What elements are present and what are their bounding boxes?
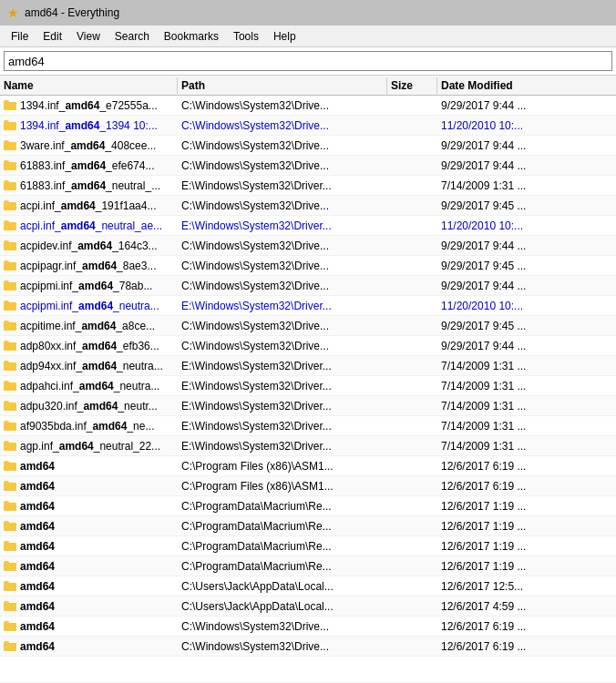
cell-date: 9/29/2017 9:44 ... [437,138,616,153]
table-row[interactable]: amd64C:\ProgramData\Macrium\Re...12/6/20… [0,496,616,516]
cell-size [387,205,437,207]
cell-path: C:\Windows\System32\Drive... [178,639,387,654]
table-row[interactable]: af9035bda.inf_amd64_ne...E:\Windows\Syst… [0,416,616,436]
cell-name: 61883.inf_amd64_neutral_... [0,178,178,193]
cell-path: C:\Windows\System32\Drive... [178,239,387,253]
cell-path: E:\Windows\System32\Driver... [178,419,387,433]
name-text: amd64 [20,500,55,513]
col-header-name[interactable]: Name [0,77,178,94]
table-row[interactable]: amd64C:\Users\Jack\AppData\Local...12/6/… [0,576,616,596]
title-bar: ★ amd64 - Everything [0,0,616,25]
folder-icon [4,401,16,411]
col-header-date[interactable]: Date Modified [437,77,616,94]
table-row[interactable]: acpi.inf_amd64_191f1aa4...C:\Windows\Sys… [0,196,616,216]
cell-name: adp80xx.inf_amd64_efb36... [0,339,178,353]
folder-icon [4,220,16,230]
cell-size [387,566,437,567]
cell-path: C:\Windows\System32\Drive... [178,259,387,273]
cell-size [387,305,437,307]
table-row[interactable]: acpipmi.inf_amd64_78ab...C:\Windows\Syst… [0,276,616,296]
menu-item-view[interactable]: View [69,28,108,45]
folder-icon [4,461,16,471]
cell-name: acpitime.inf_amd64_a8ce... [0,319,178,333]
cell-size [387,465,437,467]
col-header-size[interactable]: Size [387,77,437,94]
cell-date: 7/14/2009 1:31 ... [437,439,616,454]
name-text: acpi.inf_amd64_191f1aa4... [20,199,156,212]
table-row[interactable]: amd64C:\Program Files (x86)\ASM1...12/6/… [0,476,616,496]
table-row[interactable]: adpu320.inf_amd64_neutr...E:\Windows\Sys… [0,396,616,416]
cell-size [387,145,437,147]
table-row[interactable]: adpahci.inf_amd64_neutra...E:\Windows\Sy… [0,376,616,396]
cell-date: 7/14/2009 1:31 ... [437,178,616,193]
table-row[interactable]: acpipagr.inf_amd64_8ae3...C:\Windows\Sys… [0,256,616,276]
cell-date: 9/29/2017 9:45 ... [437,319,616,333]
cell-path: C:\Users\Jack\AppData\Local... [178,599,387,614]
cell-name: amd64 [0,639,178,654]
table-row[interactable]: 3ware.inf_amd64_408cee...C:\Windows\Syst… [0,136,616,156]
folder-icon [4,100,16,110]
cell-name: amd64 [0,519,178,534]
table-row[interactable]: 61883.inf_amd64_efe674...C:\Windows\Syst… [0,156,616,176]
menu-item-help[interactable]: Help [266,28,303,45]
cell-path: C:\Users\Jack\AppData\Local... [178,579,387,594]
table-row[interactable]: acpi.inf_amd64_neutral_ae...E:\Windows\S… [0,216,616,236]
menu-item-bookmarks[interactable]: Bookmarks [157,28,226,45]
name-text: acpitime.inf_amd64_a8ce... [20,320,155,332]
cell-name: amd64 [0,459,178,474]
name-text: amd64 [20,540,55,553]
table-row[interactable]: acpitime.inf_amd64_a8ce...C:\Windows\Sys… [0,316,616,336]
search-bar [0,47,616,76]
cell-date: 9/29/2017 9:44 ... [437,239,616,253]
cell-date: 12/6/2017 6:19 ... [437,479,616,494]
table-row[interactable]: 1394.inf_amd64_1394 10:...C:\Windows\Sys… [0,116,616,136]
cell-size [387,325,437,327]
menu-item-file[interactable]: File [4,28,36,45]
cell-name: 1394.inf_amd64_e72555a... [0,98,178,113]
table-row[interactable]: amd64C:\Windows\System32\Drive...12/6/20… [0,617,616,637]
table-row[interactable]: acpidev.inf_amd64_164c3...C:\Windows\Sys… [0,236,616,256]
name-text: 61883.inf_amd64_efe674... [20,159,154,172]
table-row[interactable]: agp.inf_amd64_neutral_22...E:\Windows\Sy… [0,436,616,456]
table-row[interactable]: amd64C:\Users\Jack\AppData\Local...12/6/… [0,596,616,617]
table-row[interactable]: amd64C:\Windows\System32\Drive...12/6/20… [0,637,616,657]
cell-date: 9/29/2017 9:44 ... [437,339,616,353]
table-row[interactable]: amd64C:\Program Files (x86)\ASM1...12/6/… [0,456,616,476]
table-row[interactable]: adp94xx.inf_amd64_neutra...E:\Windows\Sy… [0,356,616,376]
name-text: amd64 [20,600,55,613]
folder-icon [4,441,16,451]
cell-size [387,125,437,127]
cell-name: agp.inf_amd64_neutral_22... [0,439,178,454]
search-input[interactable] [4,51,612,71]
menu-item-search[interactable]: Search [108,28,157,45]
cell-name: adpu320.inf_amd64_neutr... [0,399,178,413]
cell-size [387,165,437,167]
table-row[interactable]: amd64C:\ProgramData\Macrium\Re...12/6/20… [0,516,616,536]
cell-path: E:\Windows\System32\Driver... [178,359,387,373]
col-header-path[interactable]: Path [178,77,387,94]
cell-path: C:\Windows\System32\Drive... [178,158,387,173]
name-text: 61883.inf_amd64_neutral_... [20,179,160,192]
cell-size [387,345,437,347]
cell-size [387,425,437,427]
table-row[interactable]: 61883.inf_amd64_neutral_...E:\Windows\Sy… [0,176,616,196]
cell-date: 7/14/2009 1:31 ... [437,359,616,373]
table-row[interactable]: 1394.inf_amd64_e72555a...C:\Windows\Syst… [0,96,616,116]
menu-item-edit[interactable]: Edit [36,28,69,45]
folder-icon [4,541,16,551]
table-row[interactable]: amd64C:\ProgramData\Macrium\Re...12/6/20… [0,536,616,556]
table-row[interactable]: acpipmi.inf_amd64_neutra...E:\Windows\Sy… [0,296,616,316]
folder-icon [4,361,16,371]
cell-name: 61883.inf_amd64_efe674... [0,158,178,173]
cell-name: acpidev.inf_amd64_164c3... [0,239,178,253]
cell-name: amd64 [0,579,178,594]
name-text: acpidev.inf_amd64_164c3... [20,240,158,252]
cell-date: 12/6/2017 1:19 ... [437,539,616,554]
menu-item-tools[interactable]: Tools [226,28,266,45]
table-row[interactable]: amd64C:\ProgramData\Macrium\Re...12/6/20… [0,556,616,576]
cell-name: adpahci.inf_amd64_neutra... [0,379,178,393]
table-row[interactable]: adp80xx.inf_amd64_efb36...C:\Windows\Sys… [0,336,616,356]
cell-date: 12/6/2017 1:19 ... [437,499,616,514]
cell-path: C:\Program Files (x86)\ASM1... [178,459,387,474]
cell-date: 12/6/2017 6:19 ... [437,619,616,634]
